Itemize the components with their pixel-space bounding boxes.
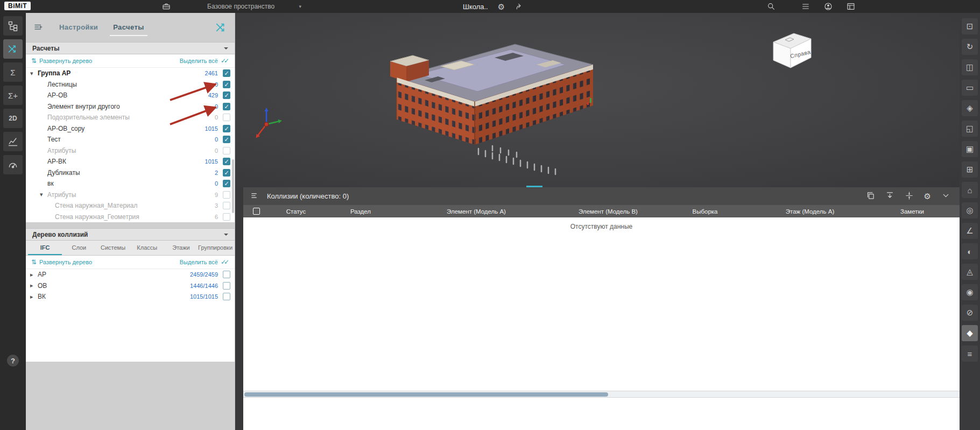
collision-tree-tab[interactable]: Классы (130, 241, 164, 255)
select-all-checkbox[interactable] (253, 208, 260, 215)
gauge-icon[interactable] (3, 155, 23, 174)
row-checkbox[interactable] (223, 125, 230, 132)
panel-tab[interactable]: Настройки (56, 19, 101, 36)
axis-gizmo[interactable] (249, 105, 288, 144)
row-checkbox[interactable] (223, 293, 230, 300)
grid-icon[interactable]: ⊞ (962, 161, 978, 178)
collision-tree-tab[interactable]: Слои (62, 241, 96, 255)
expand-caret-icon[interactable] (30, 271, 38, 278)
account-icon[interactable] (823, 2, 833, 11)
collision-tree-tab[interactable]: Системы (96, 241, 130, 255)
select-all-link[interactable]: Выделить всё ✓✓ (180, 258, 229, 266)
expand-caret-icon[interactable] (30, 293, 38, 300)
filter-icon[interactable]: ◆ (962, 325, 978, 341)
scrollbar-thumb[interactable] (232, 159, 234, 213)
row-checkbox[interactable] (223, 158, 230, 165)
tree-row[interactable]: ОВ 1446/1446 (26, 280, 235, 292)
model-tree-icon[interactable] (3, 16, 23, 36)
column-header[interactable]: Элемент (Модель B) (554, 208, 662, 215)
marker-icon[interactable]: ◈ (962, 100, 978, 116)
help-icon[interactable]: ? (7, 355, 19, 366)
tree-row[interactable]: Атрибуты 9 (26, 189, 235, 201)
navigation-cube[interactable]: Справа (767, 27, 816, 72)
row-checkbox[interactable] (223, 114, 230, 121)
angle-icon[interactable]: ∠ (962, 223, 978, 239)
column-header[interactable]: Заметки (872, 208, 953, 215)
row-checkbox[interactable] (223, 180, 230, 187)
copy-icon[interactable] (866, 191, 875, 202)
tree-row[interactable]: Атрибуты 0 (26, 145, 235, 157)
select-all-link[interactable]: Выделить всё ✓✓ (180, 57, 229, 65)
clash-detection-icon[interactable] (214, 20, 228, 34)
row-checkbox[interactable] (223, 191, 230, 199)
row-checkbox[interactable] (223, 103, 230, 110)
tree-row[interactable]: АР-ОВ_copy 1015 (26, 123, 235, 135)
expand-tree-link[interactable]: ⇅ Развернуть дерево (31, 258, 92, 266)
tree-row[interactable]: Элемент внутри другого 0 (26, 101, 235, 112)
row-checkbox[interactable] (223, 136, 230, 143)
row-checkbox[interactable] (223, 69, 230, 77)
tree-row[interactable]: Лестницы 0 (26, 79, 235, 90)
tree-row[interactable]: Тест 0 (26, 134, 235, 145)
tree-row[interactable]: АР-ВК 1015 (26, 156, 235, 167)
viewports-icon[interactable]: ◫ (962, 59, 978, 75)
home-view-icon[interactable]: ⌂ (962, 182, 978, 198)
settings-gear-icon[interactable]: ⚙ (498, 3, 505, 11)
tree-row[interactable]: ВК 1015/1015 (26, 291, 235, 302)
tree-row[interactable]: АР 2459/2459 (26, 269, 235, 280)
clip-plane-icon[interactable]: ◱ (962, 121, 978, 137)
orbit-icon[interactable]: ↻ (962, 39, 978, 55)
clash-detection-icon[interactable] (3, 39, 23, 59)
column-header[interactable]: Выборка (662, 208, 748, 215)
sum-add-icon[interactable]: Σ+ (3, 86, 23, 105)
viewport-3d[interactable]: Справа (235, 13, 960, 187)
tree-row[interactable]: Подозрительные элементы 0 (26, 112, 235, 123)
tree-row[interactable]: Группа АР 2461 (26, 68, 235, 79)
layers-icon[interactable]: ≡ (962, 346, 978, 362)
expand-tree-link[interactable]: ⇅ Развернуть дерево (31, 57, 92, 65)
panel-menu-icon[interactable] (32, 22, 44, 33)
row-checkbox[interactable] (223, 81, 230, 88)
column-header[interactable]: Этаж (Модель А) (748, 208, 872, 215)
apps-table-icon[interactable] (846, 2, 856, 11)
menu-list-icon[interactable] (801, 2, 810, 11)
import-icon[interactable] (885, 191, 894, 202)
column-header[interactable]: Элемент (Модель А) (398, 208, 554, 215)
tree-row[interactable]: Дубликаты 2 (26, 167, 235, 179)
2d-view-icon[interactable]: 2D (3, 109, 23, 128)
tree-row[interactable]: Стена наружная_Геометрия 6 (26, 212, 235, 223)
explode-icon[interactable]: ◬ (962, 264, 978, 280)
eye-icon[interactable]: ◉ (962, 284, 978, 300)
briefcase-icon[interactable] (161, 2, 171, 11)
expand-caret-icon[interactable] (40, 191, 47, 198)
tree-row[interactable]: АР-ОВ 429 (26, 90, 235, 101)
collision-tree-section-header[interactable]: Дерево коллизий (26, 228, 235, 241)
search-icon[interactable] (766, 2, 776, 11)
calculations-section-header[interactable]: Расчеты (26, 42, 235, 54)
settings-gear-icon[interactable]: ⚙ (924, 192, 931, 200)
row-checkbox[interactable] (223, 91, 230, 99)
row-checkbox[interactable] (223, 282, 230, 290)
column-header[interactable]: Раздел (323, 208, 398, 215)
section-box-icon[interactable]: ▣ (962, 141, 978, 157)
collision-tree-tab[interactable]: Группировки (198, 241, 232, 255)
scrollbar-thumb[interactable] (244, 392, 608, 397)
chevron-down-icon[interactable] (941, 191, 950, 202)
row-checkbox[interactable] (223, 202, 230, 209)
collision-tree-tab[interactable]: IFC (28, 241, 62, 255)
share-icon[interactable] (514, 2, 524, 11)
panel-tab[interactable]: Расчеты (110, 19, 147, 36)
eye-off-icon[interactable]: ⊘ (962, 305, 978, 321)
row-checkbox[interactable] (223, 271, 230, 278)
row-checkbox[interactable] (223, 147, 230, 154)
charts-icon[interactable] (3, 132, 23, 151)
workspace-selector[interactable]: Базовое пространство ▾ (207, 0, 301, 13)
column-header[interactable]: Статус (269, 208, 323, 215)
screenshot-icon[interactable]: ⊡ (962, 18, 978, 34)
focus-icon[interactable]: ◎ (962, 202, 978, 218)
expand-caret-icon[interactable] (30, 282, 38, 289)
row-checkbox[interactable] (223, 169, 230, 177)
tree-row[interactable]: вк 0 (26, 178, 235, 189)
measure-icon[interactable]: ▭ (962, 80, 978, 96)
tree-row[interactable]: Стена наружная_Материал 3 (26, 200, 235, 212)
